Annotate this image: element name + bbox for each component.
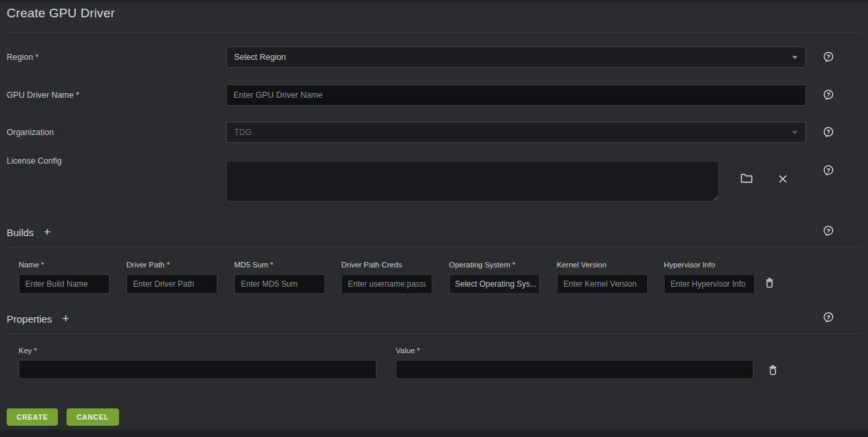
- md5-sum-label: MD5 Sum *: [234, 260, 325, 269]
- builds-help-icon[interactable]: [822, 225, 835, 237]
- operating-system-select[interactable]: Select Operating Sys...: [449, 274, 540, 294]
- region-select-value: Select Region: [234, 53, 286, 62]
- close-icon: [778, 174, 788, 184]
- license-config-browse-button[interactable]: [740, 173, 753, 183]
- form-actions: CREATE CANCEL: [7, 408, 119, 426]
- add-property-button[interactable]: +: [61, 313, 71, 325]
- delete-property-button[interactable]: [768, 364, 778, 375]
- trash-icon: [768, 364, 778, 375]
- bottom-edge: [0, 430, 868, 437]
- property-value-field: Value *: [396, 346, 754, 379]
- license-config-clear-button[interactable]: [778, 174, 788, 184]
- license-config-label: License Config: [7, 156, 62, 166]
- organization-help-icon[interactable]: [822, 126, 835, 139]
- driver-path-label: Driver Path *: [126, 260, 217, 269]
- gpu-driver-name-row: GPU Driver Name *: [7, 84, 861, 106]
- driver-path-field: Driver Path *: [126, 260, 217, 294]
- operating-system-label: Operating System *: [449, 260, 540, 269]
- build-row: Name * Driver Path * MD5 Sum * Driver Pa…: [7, 260, 861, 295]
- hypervisor-info-field: Hypervisor Info: [664, 260, 755, 294]
- license-config-help-icon[interactable]: [822, 164, 835, 177]
- properties-divider: [7, 333, 861, 334]
- build-name-field: Name *: [19, 260, 110, 294]
- chevron-down-icon: [539, 283, 540, 286]
- operating-system-select-value: Select Operating Sys...: [455, 279, 537, 289]
- property-value-label: Value *: [396, 346, 754, 355]
- organization-label: Organization: [7, 122, 54, 143]
- region-row: Region * Select Region: [7, 47, 861, 68]
- driver-path-creds-field: Driver Path Creds: [341, 260, 432, 294]
- properties-section-header: Properties +: [7, 313, 71, 325]
- build-name-input[interactable]: [19, 274, 110, 294]
- region-help-icon[interactable]: [822, 51, 835, 64]
- chevron-down-icon: [792, 56, 797, 59]
- delete-build-button[interactable]: [765, 277, 774, 288]
- hypervisor-info-label: Hypervisor Info: [664, 260, 755, 269]
- md5-sum-input[interactable]: [234, 274, 325, 294]
- kernel-version-field: Kernel Version: [557, 260, 648, 294]
- organization-row: Organization TDG: [7, 122, 861, 143]
- properties-help-icon[interactable]: [822, 311, 835, 324]
- properties-section-title: Properties: [7, 313, 52, 325]
- folder-icon: [740, 173, 753, 183]
- driver-path-creds-label: Driver Path Creds: [341, 260, 432, 269]
- property-key-input[interactable]: [19, 360, 376, 379]
- gpu-driver-name-help-icon[interactable]: [822, 89, 835, 102]
- region-select[interactable]: Select Region: [226, 47, 806, 68]
- hypervisor-info-input[interactable]: [664, 274, 755, 294]
- organization-select[interactable]: TDG: [226, 122, 806, 143]
- driver-path-creds-input[interactable]: [341, 274, 432, 294]
- organization-select-value: TDG: [234, 128, 251, 137]
- kernel-version-input[interactable]: [557, 274, 648, 294]
- property-key-label: Key *: [19, 346, 376, 355]
- driver-path-input[interactable]: [126, 274, 217, 294]
- page-title: Create GPU Driver: [7, 6, 115, 21]
- property-key-field: Key *: [19, 346, 376, 379]
- region-label: Region *: [7, 47, 39, 68]
- chevron-down-icon: [792, 131, 797, 134]
- license-config-row: License Config: [7, 156, 861, 209]
- build-name-label: Name *: [19, 260, 110, 269]
- title-divider: [7, 32, 861, 33]
- gpu-driver-name-label: GPU Driver Name *: [7, 84, 79, 106]
- gpu-driver-name-input[interactable]: [226, 84, 806, 106]
- create-button[interactable]: CREATE: [7, 408, 58, 426]
- property-row: Key * Value *: [7, 346, 861, 380]
- operating-system-field: Operating System * Select Operating Sys.…: [449, 260, 540, 294]
- trash-icon: [765, 277, 774, 288]
- kernel-version-label: Kernel Version: [557, 260, 648, 269]
- license-config-textarea[interactable]: [226, 161, 719, 202]
- md5-sum-field: MD5 Sum *: [234, 260, 325, 294]
- cancel-button[interactable]: CANCEL: [67, 408, 119, 426]
- add-build-button[interactable]: +: [43, 226, 53, 238]
- property-value-input[interactable]: [396, 360, 754, 379]
- builds-section-title: Builds: [7, 227, 34, 238]
- builds-section-header: Builds +: [7, 226, 52, 238]
- top-edge: [0, 0, 868, 3]
- builds-divider: [7, 247, 861, 247]
